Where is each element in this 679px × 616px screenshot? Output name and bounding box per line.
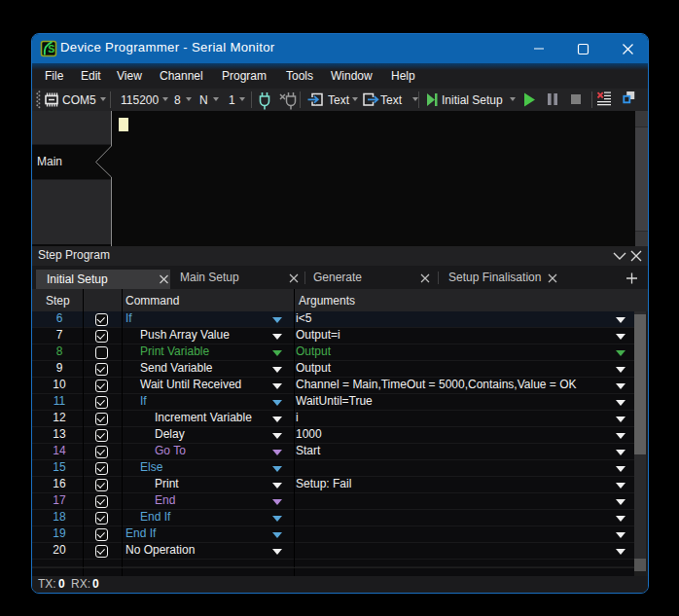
svg-text:S: S <box>48 43 54 54</box>
